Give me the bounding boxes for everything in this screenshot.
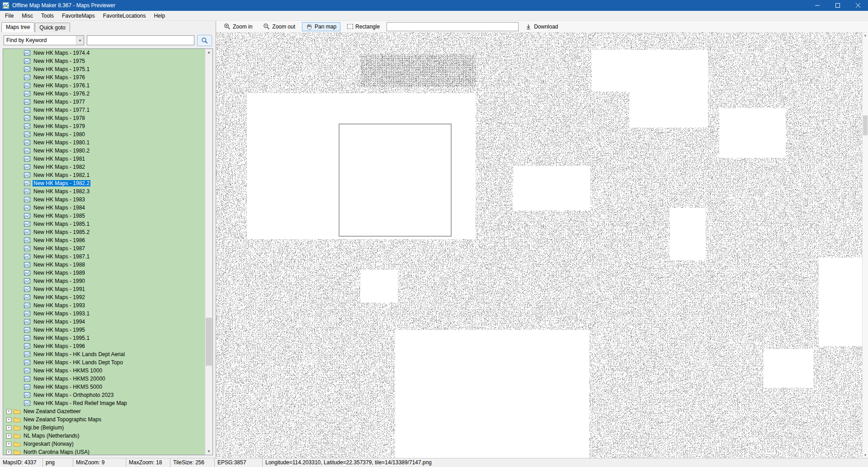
tree-item[interactable]: New HK Maps - HK Lands Dept Aerial [3, 350, 205, 358]
zoom-out-button[interactable]: Zoom out [259, 22, 299, 31]
chevron-down-icon[interactable]: ▼ [76, 36, 84, 45]
tree-item-label: New HK Maps - 1981 [33, 156, 86, 162]
expand-plus-icon[interactable]: + [6, 417, 11, 422]
maximize-button[interactable] [827, 0, 848, 11]
tree-item-label: New HK Maps - 1985.1 [33, 221, 90, 227]
tree-item[interactable]: New HK Maps - HKMS 1000 [3, 367, 205, 375]
map-scrollbar-thumb[interactable] [863, 115, 868, 135]
tree-item[interactable]: New HK Maps - 1977.1 [3, 106, 205, 114]
tree-item[interactable]: New HK Maps - 1989 [3, 269, 205, 277]
map-scroll-up-icon[interactable]: ▲ [863, 33, 868, 38]
tree-item-label: New HK Maps - 1986 [33, 237, 86, 243]
tree-item[interactable]: New HK Maps - 1980 [3, 130, 205, 138]
tree-item[interactable]: New HK Maps - 1974.4 [3, 49, 205, 57]
rectangle-label: Rectangle [355, 24, 380, 30]
tab-maps-tree[interactable]: Maps tree [1, 22, 34, 32]
map-layer-icon [24, 124, 30, 129]
tree-item[interactable]: New HK Maps - 1995 [3, 326, 205, 334]
keyword-input[interactable] [87, 35, 194, 45]
menu-file[interactable]: File [1, 11, 18, 21]
tree-scrollbar-thumb[interactable] [206, 318, 212, 366]
tree-item[interactable]: New HK Maps - 1994 [3, 318, 205, 326]
tree-item[interactable]: New HK Maps - 1975 [3, 57, 205, 65]
tree-item[interactable]: New HK Maps - 1990 [3, 277, 205, 285]
menu-tools[interactable]: Tools [37, 11, 58, 21]
scroll-down-icon[interactable]: ▼ [205, 448, 212, 455]
tree-item[interactable]: New HK Maps - 1987 [3, 244, 205, 253]
tree-item[interactable]: New HK Maps - 1982.3 [3, 187, 205, 195]
tree-item[interactable]: New HK Maps - 1976.1 [3, 81, 205, 90]
tree-item[interactable]: New HK Maps - 1986 [3, 236, 205, 244]
tree-item[interactable]: New HK Maps - 1991 [3, 285, 205, 293]
map-viewport-rectangle[interactable] [339, 124, 452, 237]
tree-item[interactable]: New HK Maps - 1982.2 [3, 179, 205, 187]
expand-plus-icon[interactable]: + [6, 409, 11, 414]
toolbar-input[interactable] [387, 22, 519, 31]
tree-item[interactable]: New HK Maps - 1993.1 [3, 310, 205, 318]
menu-misc[interactable]: Misc [18, 11, 37, 21]
map-scroll-down-icon[interactable]: ▼ [863, 453, 868, 458]
folder-icon [14, 441, 20, 447]
menu-favoritelocations[interactable]: FavoriteLocations [99, 11, 150, 21]
rectangle-button[interactable]: Rectangle [343, 22, 384, 31]
minimize-icon [815, 3, 820, 8]
tree-item[interactable]: New HK Maps - HK Lands Dept Topo [3, 358, 205, 367]
tree-item[interactable]: New HK Maps - 1978 [3, 114, 205, 122]
tree-item[interactable]: New HK Maps - 1975.1 [3, 65, 205, 73]
tree-item[interactable]: New HK Maps - Orthophoto 2023 [3, 391, 205, 399]
tree-item[interactable]: New HK Maps - 1992 [3, 293, 205, 301]
expand-plus-icon[interactable]: + [6, 425, 11, 430]
expand-plus-icon[interactable]: + [6, 442, 11, 447]
expand-plus-icon[interactable]: + [6, 450, 11, 455]
tree-folder-item[interactable]: +North Carolina Maps (USA) [3, 448, 205, 455]
tree-item[interactable]: New HK Maps - 1980.1 [3, 138, 205, 147]
tree-item[interactable]: New HK Maps - HKMS 20000 [3, 375, 205, 383]
tree-item[interactable]: New HK Maps - 1985.2 [3, 228, 205, 236]
tree-item[interactable]: New HK Maps - 1981 [3, 155, 205, 163]
tree-item[interactable]: New HK Maps - 1980.2 [3, 147, 205, 155]
find-mode-dropdown[interactable]: Find by Keyword ▼ [4, 35, 84, 45]
tree-item-label: New HK Maps - 1988 [33, 262, 86, 268]
search-button[interactable] [197, 35, 212, 46]
download-button[interactable]: Download [521, 22, 562, 31]
map-scrollbar[interactable]: ▲ ▼ [862, 33, 868, 458]
tree-item[interactable]: New HK Maps - 1983 [3, 195, 205, 204]
tree-folder-item[interactable]: +New Zealand Topographic Maps [3, 415, 205, 424]
tree-item[interactable]: New HK Maps - 1987.1 [3, 253, 205, 261]
tree-item[interactable]: New HK Maps - 1995.1 [3, 334, 205, 342]
pan-map-label: Pan map [315, 24, 336, 30]
close-button[interactable] [848, 0, 868, 11]
pan-map-button[interactable]: Pan map [302, 22, 340, 31]
tab-quick-goto[interactable]: Quick goto [35, 23, 70, 32]
expand-plus-icon[interactable]: + [6, 434, 11, 438]
tree-item[interactable]: New HK Maps - 1976 [3, 73, 205, 81]
main-area: Maps tree Quick goto Find by Keyword ▼ N… [0, 21, 868, 458]
map-layer-icon [24, 107, 30, 113]
map-layer-icon [24, 286, 30, 292]
tree-item[interactable]: New HK Maps - Red Relief Image Map [3, 399, 205, 407]
tree-folder-item[interactable]: +NL Maps (Netherlands) [3, 432, 205, 440]
scroll-up-icon[interactable]: ▲ [205, 49, 212, 56]
tree-item[interactable]: New HK Maps - 1982.1 [3, 171, 205, 179]
tree-folder-item[interactable]: +New Zealand Gazetteer [3, 407, 205, 415]
minimize-button[interactable] [807, 0, 827, 11]
tree-item[interactable]: New HK Maps - 1976.2 [3, 90, 205, 98]
tree-item[interactable]: New HK Maps - 1977 [3, 98, 205, 106]
tree-folder-item[interactable]: +Norgeskart (Norway) [3, 440, 205, 448]
zoom-in-button[interactable]: Zoom in [220, 22, 256, 31]
tree-item[interactable]: New HK Maps - 1988 [3, 261, 205, 269]
menu-help[interactable]: Help [150, 11, 169, 21]
tree-item[interactable]: New HK Maps - 1984 [3, 204, 205, 212]
tree-item[interactable]: New HK Maps - 1985 [3, 212, 205, 220]
menu-favoritemaps[interactable]: FavoriteMaps [58, 11, 99, 21]
tree-item[interactable]: New HK Maps - 1985.1 [3, 220, 205, 228]
tree-folder-item[interactable]: +Ngi.be (Belgium) [3, 424, 205, 432]
tree-item[interactable]: New HK Maps - 1982 [3, 163, 205, 171]
tree-item[interactable]: New HK Maps - HKMS 5000 [3, 383, 205, 391]
tree-scrollbar[interactable]: ▲ ▼ [205, 49, 212, 455]
tree-item[interactable]: New HK Maps - 1979 [3, 122, 205, 130]
tree-item[interactable]: New HK Maps - 1993 [3, 301, 205, 310]
map-canvas[interactable]: ▲ ▼ [216, 33, 868, 458]
tree-item[interactable]: New HK Maps - 1996 [3, 342, 205, 350]
map-layer-icon [24, 132, 30, 137]
